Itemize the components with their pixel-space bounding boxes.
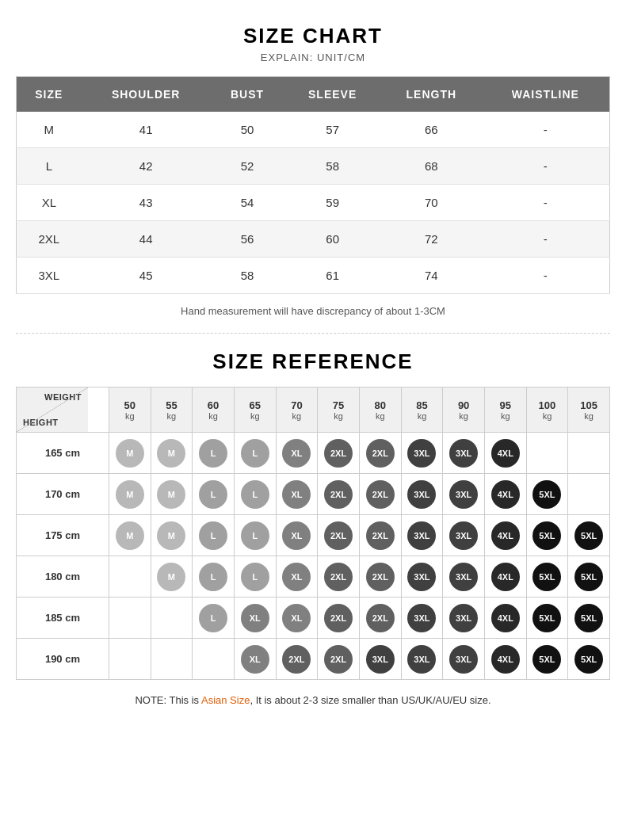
size-badge: 2XL <box>324 521 353 550</box>
table-cell-size: 2XL <box>17 221 82 258</box>
table-cell-bust: 52 <box>211 148 284 185</box>
ref-size-cell: 2XL <box>318 433 360 474</box>
ref-size-cell: 5XL <box>526 598 568 639</box>
size-badge: 2XL <box>366 563 395 591</box>
ref-size-cell: 4XL <box>484 433 526 474</box>
size-badge: 5XL <box>574 521 603 550</box>
size-badge: 4XL <box>491 645 520 674</box>
weight-header-cell: 95kg <box>484 388 526 433</box>
ref-size-cell: 3XL <box>443 433 485 474</box>
ref-table-row: 165 cmMMLLXL2XL2XL3XL3XL4XL <box>17 433 610 474</box>
table-cell-shoulder: 44 <box>82 221 211 258</box>
ref-header-row: WEIGHTHEIGHT50kg55kg60kg65kg70kg75kg80kg… <box>17 388 610 433</box>
size-badge: 5XL <box>574 645 603 674</box>
ref-size-cell: L <box>234 556 276 598</box>
size-badge: 2XL <box>324 604 353 632</box>
size-badge: 4XL <box>491 604 520 632</box>
ref-size-cell: L <box>193 598 235 639</box>
table-cell-sleeve: 58 <box>284 148 381 185</box>
size-badge: XL <box>241 645 269 674</box>
table-cell-sleeve: 59 <box>284 185 381 221</box>
ref-size-cell: XL <box>234 639 276 680</box>
ref-size-cell: XL <box>276 515 318 556</box>
table-cell-waistline: - <box>482 148 610 185</box>
size-badge: 3XL <box>449 645 478 674</box>
ref-size-cell: 5XL <box>568 556 610 598</box>
ref-size-cell: 3XL <box>401 598 443 639</box>
weight-header-cell: 90kg <box>443 388 485 433</box>
size-badge: 5XL <box>532 645 561 674</box>
ref-size-cell: 2XL <box>318 598 360 639</box>
size-badge: 5XL <box>532 480 561 509</box>
ref-size-cell: L <box>234 515 276 556</box>
ref-size-cell: XL <box>234 598 276 639</box>
ref-size-cell: 3XL <box>443 474 485 515</box>
size-badge: L <box>199 480 227 509</box>
size-badge: 3XL <box>449 521 478 550</box>
diagonal-header-cell: WEIGHTHEIGHT <box>17 388 109 433</box>
ref-size-cell: XL <box>276 474 318 515</box>
weight-header-cell: 85kg <box>401 388 443 433</box>
size-chart-table: SIZESHOULDERBUSTSLEEVELENGTHWAISTLINE M4… <box>16 76 610 294</box>
ref-size-cell: 2XL <box>318 556 360 598</box>
ref-size-cell: L <box>234 474 276 515</box>
size-table-header-cell: WAISTLINE <box>482 77 610 113</box>
size-ref-title: SIZE REFERENCE <box>16 349 610 374</box>
ref-size-cell: 4XL <box>484 474 526 515</box>
weight-header-cell: 65kg <box>234 388 276 433</box>
table-cell-bust: 50 <box>211 112 284 148</box>
section-divider <box>16 333 610 334</box>
table-cell-sleeve: 57 <box>284 112 381 148</box>
ref-size-cell: M <box>151 556 193 598</box>
table-cell-shoulder: 42 <box>82 148 211 185</box>
ref-size-cell <box>109 598 151 639</box>
size-badge: 3XL <box>407 604 436 632</box>
ref-size-cell: 3XL <box>443 515 485 556</box>
size-badge: 2XL <box>366 604 395 632</box>
ref-size-cell <box>193 639 235 680</box>
ref-table-row: 190 cmXL2XL2XL3XL3XL3XL4XL5XL5XL <box>17 639 610 680</box>
ref-size-cell: 3XL <box>401 639 443 680</box>
ref-size-cell: 2XL <box>359 433 401 474</box>
table-cell-bust: 58 <box>211 258 284 294</box>
size-badge: XL <box>282 439 311 468</box>
ref-size-cell: 5XL <box>568 639 610 680</box>
size-badge: XL <box>282 521 311 550</box>
ref-size-cell <box>109 639 151 680</box>
size-badge: L <box>199 439 227 468</box>
size-badge: 3XL <box>407 521 436 550</box>
size-table-header-cell: SLEEVE <box>284 77 381 113</box>
ref-size-cell: M <box>151 433 193 474</box>
size-badge: XL <box>282 604 311 632</box>
note-prefix: NOTE: This is <box>135 694 201 706</box>
table-row: 3XL45586174- <box>17 258 610 294</box>
table-cell-waistline: - <box>482 112 610 148</box>
size-badge: 3XL <box>366 645 395 674</box>
size-badge: 2XL <box>324 563 353 591</box>
ref-table-row: 180 cmMLLXL2XL2XL3XL3XL4XL5XL5XL <box>17 556 610 598</box>
height-cell: 185 cm <box>17 598 109 639</box>
ref-size-cell: 4XL <box>484 556 526 598</box>
size-badge: M <box>116 439 144 468</box>
size-badge: M <box>157 480 185 509</box>
size-badge: L <box>241 480 269 509</box>
ref-size-cell: 5XL <box>568 598 610 639</box>
ref-size-cell: 3XL <box>359 639 401 680</box>
ref-size-cell <box>151 598 193 639</box>
ref-size-cell <box>526 433 568 474</box>
ref-size-cell: 2XL <box>318 639 360 680</box>
size-badge: XL <box>241 604 269 632</box>
ref-size-cell: 2XL <box>359 556 401 598</box>
ref-size-cell: 3XL <box>443 598 485 639</box>
ref-size-cell <box>151 639 193 680</box>
table-cell-shoulder: 41 <box>82 112 211 148</box>
table-row: XL43545970- <box>17 185 610 221</box>
table-cell-length: 74 <box>381 258 482 294</box>
ref-table-row: 170 cmMMLLXL2XL2XL3XL3XL4XL5XL <box>17 474 610 515</box>
ref-size-cell: M <box>151 474 193 515</box>
table-cell-shoulder: 45 <box>82 258 211 294</box>
size-badge: 5XL <box>574 604 603 632</box>
table-cell-size: L <box>17 148 82 185</box>
table-cell-length: 68 <box>381 148 482 185</box>
height-cell: 175 cm <box>17 515 109 556</box>
